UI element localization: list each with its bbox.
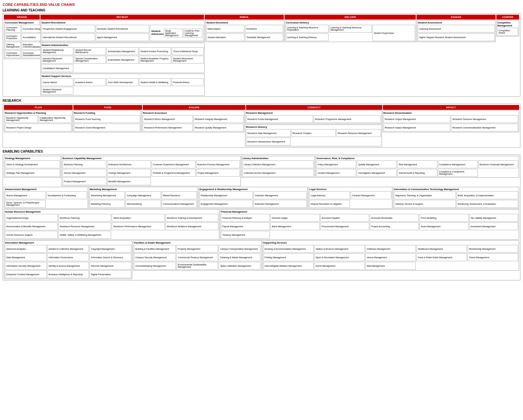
student-invoice-processing: Student Invoice Processing bbox=[139, 47, 171, 55]
advancement-block: Advancement Management Alumni Management… bbox=[4, 187, 88, 209]
commercial-tenancy-management: Commercial Tenancy Management bbox=[176, 253, 218, 261]
business-capability-title: Business Capability Management bbox=[63, 157, 240, 160]
research-header-plan: PLAN bbox=[4, 105, 73, 110]
student-assessment-group: Student Assessment Learning Assessment H… bbox=[417, 20, 496, 42]
student-enrolment-group: Student Enrolment Matriculation Enrolmen… bbox=[205, 20, 284, 42]
building-facilities-management: Building & Facilities Management bbox=[134, 245, 176, 253]
international-student-recruitment: International Student Recruitment bbox=[41, 33, 95, 41]
hr-block: Human Resource Management Organisational… bbox=[4, 209, 219, 240]
design-column: Curriculum Management Curriculum Plannin… bbox=[4, 20, 40, 96]
completion-cells: Completion Award bbox=[497, 28, 518, 36]
supporting-services-title: Supporting Services bbox=[263, 241, 518, 244]
data-management: Data Management bbox=[5, 253, 47, 261]
ict-cells: Alignment, Planning, & Organisation Buil… bbox=[394, 191, 518, 208]
marketing-planning: Marketing Planning bbox=[90, 200, 125, 208]
conduct-column: Research Management Research Funds Manag… bbox=[245, 111, 382, 146]
governance-cells: Policy Management Quality Management Ris… bbox=[316, 160, 518, 177]
matriculation: Matriculation bbox=[206, 25, 244, 33]
research-delivery-title: Research Delivery bbox=[246, 126, 381, 128]
student-admission-area: Student Admission Study Application Mana… bbox=[150, 25, 204, 41]
study-application-management: Study Application Management bbox=[164, 29, 183, 38]
research-integrity-management: Research Integrity Management bbox=[194, 115, 243, 123]
business-intelligence-reporting: Business Intelligence & Reporting bbox=[47, 270, 89, 278]
facilities-group: Facilities & Estate Management Building … bbox=[133, 240, 261, 271]
assess-column: Student Assessment Learning Assessment H… bbox=[417, 20, 496, 96]
service-management: Service Management bbox=[63, 169, 107, 177]
library-cells: Library Collection Management Collection… bbox=[242, 160, 314, 177]
curriculum-planning: Curriculum Planning bbox=[5, 25, 21, 33]
student-recruitment-group: Student Recruitment Prospective Student … bbox=[40, 20, 205, 42]
campus-security-management: Campus Security Management bbox=[134, 253, 176, 261]
student-academic-progress-management: Student Academic Progress Management bbox=[139, 56, 171, 64]
artefact-collection-management: Artefact & Collection Management bbox=[47, 245, 89, 253]
identity-access-management: Identity & Access Management bbox=[47, 262, 89, 270]
venue-management: Venue Management bbox=[365, 253, 416, 261]
business-capability-group: Business Capability Management Business … bbox=[62, 156, 241, 186]
workforce-resource-management: Workforce Resource Management bbox=[58, 222, 111, 230]
accreditation: Accreditation bbox=[22, 33, 43, 41]
event-management: Event Management bbox=[314, 262, 365, 270]
research-funding-group: Research Funding Research Fund Sourcing … bbox=[73, 111, 141, 132]
examination-management: Examination Management bbox=[107, 56, 138, 64]
research-assurance-group: Research Assurance Research Ethics Manag… bbox=[142, 111, 244, 132]
recruitment-cells: Prospective Student Engagement Domestic … bbox=[41, 25, 204, 41]
research-commercialisation-management: Research Commercialisation Management bbox=[451, 124, 518, 131]
engagement-block: Engagement & Relationship Management Rel… bbox=[198, 187, 308, 209]
academic-advice: Academic Advice bbox=[74, 78, 106, 86]
supporting-cells: Housing & Accommodation Management Galle… bbox=[263, 245, 518, 270]
legal-cells: Legal Advisory Contract Management Dispu… bbox=[309, 191, 391, 208]
special-consideration-management: Special Consideration Management bbox=[74, 56, 106, 64]
enterprise-architecture: Enterprise Architecture bbox=[107, 160, 151, 168]
info-management-title: Information Management bbox=[5, 241, 131, 244]
asset-management: Asset Management bbox=[419, 222, 468, 230]
research-container: PLAN FUND ASSURE CONDUCT IMPACT Research… bbox=[3, 104, 520, 148]
student-grievance-management: Student Grievance Management bbox=[41, 87, 73, 95]
lt-header-design: DESIGN bbox=[4, 15, 40, 20]
strategy-cells: Vision & Strategy Development Strategic … bbox=[5, 160, 60, 177]
curriculum-improvement: Curriculum Improvement bbox=[5, 50, 21, 58]
financial-planning-analysis: Financial Planning & Analysis bbox=[221, 214, 270, 222]
research-management-group: Research Management Research Funds Manag… bbox=[245, 111, 382, 124]
student-allocation: Student Allocation bbox=[206, 33, 244, 41]
research-assurance-title: Research Assurance bbox=[143, 112, 243, 114]
bank-management: Bank Management bbox=[270, 222, 319, 230]
research-section-title: RESEARCH bbox=[3, 99, 520, 102]
legal-title: Legal Services bbox=[309, 188, 391, 191]
financial-title: Financial Management bbox=[221, 210, 518, 213]
research-funds-management: Research Funds Management bbox=[246, 115, 313, 123]
learning-teaching-resource-preparation: Learning & Teaching Resource Preparation bbox=[286, 25, 328, 33]
student-health-wellbeing: Student Health & Wellbeing bbox=[139, 78, 171, 86]
general-ledger: General Ledger bbox=[270, 214, 319, 222]
strategy-management-block: Strategy Management Vision & Strategy De… bbox=[4, 156, 61, 186]
project-management: Project Management bbox=[196, 169, 240, 177]
information-security-management: Information Security Management bbox=[5, 262, 47, 270]
legal-group: Legal Services Legal Advisory Contract M… bbox=[308, 187, 392, 209]
domestic-student-recruitment: Domestic Student Recruitment bbox=[96, 25, 150, 33]
student-misconduct-management: Student Misconduct Management bbox=[172, 56, 204, 64]
vision-strategy-development: Vision & Strategy Development bbox=[5, 160, 60, 168]
research-impact-management: Research Impact Management bbox=[384, 124, 451, 131]
learning-assessment: Learning Assessment bbox=[418, 25, 495, 33]
research-dissemination-group: Research Dissemination Research Output M… bbox=[383, 111, 519, 132]
biz-cap-cells: Business Planning Enterprise Architectur… bbox=[63, 160, 240, 185]
engagement-group: Engagement & Relationship Management Rel… bbox=[198, 187, 308, 209]
delivery-service-support: Delivery, Service & Support bbox=[394, 200, 456, 208]
facilities-title: Facilities & Estate Management bbox=[134, 241, 260, 244]
education-commercialisation: Education Commercialisation bbox=[22, 42, 43, 50]
info-management-group: Information Management Advanced Analytic… bbox=[4, 240, 132, 279]
learning-teaching-delivery: Learning & Teaching Delivery bbox=[286, 33, 328, 41]
career-advice: Career Advice bbox=[41, 78, 73, 86]
research-quality-management: Research Quality Management bbox=[194, 124, 243, 131]
research-management-title: Research Management bbox=[246, 112, 381, 114]
food-retail-outlet-management: Food & Retail Outlet Management bbox=[416, 253, 467, 261]
product-management: Product Management bbox=[63, 177, 107, 185]
research-header-assure: ASSURE bbox=[143, 105, 245, 110]
alignment-planning-organisation: Alignment, Planning, & Organisation bbox=[394, 191, 456, 199]
portfolio-programme-management: Portfolio & Programme Management bbox=[152, 169, 196, 177]
business-process-management: Business Process Management bbox=[196, 160, 240, 168]
research-grant-management: Research Grant Management bbox=[74, 124, 140, 131]
records-management: Records Management bbox=[90, 262, 131, 270]
enabling-row4: Information Management Advanced Analytic… bbox=[4, 240, 519, 279]
policy-management: Policy Management bbox=[316, 160, 356, 168]
complaint-compliment-management: Complaint & Compliment Management bbox=[438, 169, 478, 177]
